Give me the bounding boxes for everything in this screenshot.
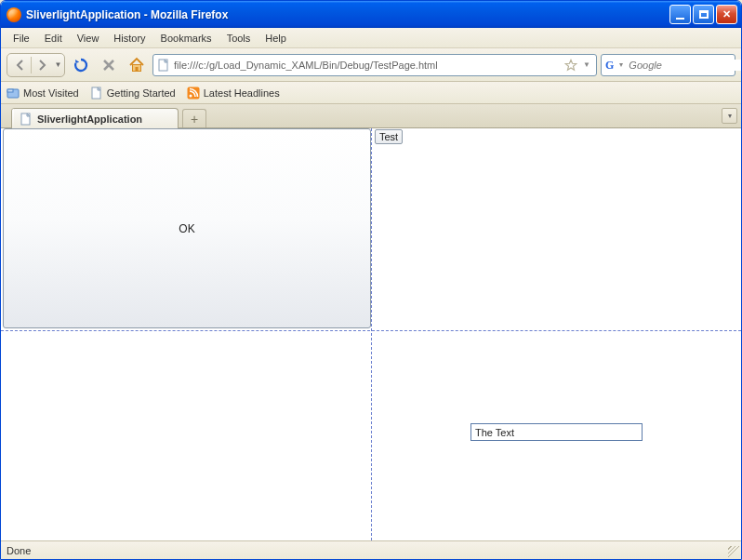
bookmark-most-visited[interactable]: Most Visited [7, 87, 79, 100]
silverlight-grid: OK Test [1, 128, 741, 540]
text-input[interactable] [470, 423, 643, 441]
tab-label: SliverlightApplication [37, 113, 142, 125]
menu-view[interactable]: View [71, 31, 106, 46]
url-dropdown[interactable]: ▼ [581, 60, 592, 69]
page-icon [157, 59, 170, 72]
nav-back-forward-group: ▼ [7, 53, 65, 77]
stop-icon [101, 58, 116, 73]
home-button[interactable] [125, 53, 149, 77]
firefox-icon [7, 7, 21, 22]
test-button[interactable]: Test [375, 129, 403, 144]
bookmark-label: Latest Headlines [204, 87, 280, 99]
status-text: Done [7, 545, 31, 556]
tab-list-dropdown[interactable]: ▾ [722, 108, 737, 124]
close-button[interactable]: ✕ [716, 5, 737, 24]
rss-icon [187, 87, 200, 100]
menu-bar: File Edit View History Bookmarks Tools H… [1, 28, 741, 48]
bookmarks-toolbar: Most Visited Getting Started Latest Head… [1, 82, 741, 104]
stop-button[interactable] [97, 53, 121, 77]
bookmark-label: Most Visited [23, 87, 79, 99]
search-engine-icon[interactable]: G [605, 59, 614, 72]
grid-divider-vertical [371, 128, 372, 540]
reload-button[interactable] [69, 53, 93, 77]
bookmark-getting-started[interactable]: Getting Started [90, 87, 176, 100]
page-icon [90, 87, 103, 100]
navigation-toolbar: ▼ ▼ G ▾ [1, 48, 741, 82]
window-title: SliverlightApplication - Mozilla Firefox [26, 8, 669, 21]
bookmark-latest-headlines[interactable]: Latest Headlines [187, 87, 280, 100]
forward-button[interactable] [32, 55, 52, 75]
svg-rect-3 [136, 67, 139, 72]
menu-help[interactable]: Help [258, 31, 293, 46]
window-controls: ✕ [669, 5, 737, 24]
home-icon [128, 57, 145, 73]
menu-bookmarks[interactable]: Bookmarks [154, 31, 219, 46]
arrow-right-icon [35, 59, 48, 72]
folder-blue-icon [7, 87, 20, 100]
url-input[interactable] [174, 60, 561, 71]
page-content: OK Test [1, 128, 741, 540]
grid-divider-horizontal [1, 330, 741, 331]
arrow-left-icon [14, 59, 27, 72]
nav-history-dropdown[interactable]: ▼ [52, 60, 64, 69]
ok-button[interactable]: OK [3, 128, 371, 328]
menu-history[interactable]: History [107, 31, 152, 46]
minimize-button[interactable] [669, 5, 691, 24]
new-tab-button[interactable]: + [182, 109, 206, 127]
resize-grip[interactable] [728, 546, 740, 558]
reload-icon [73, 57, 89, 73]
search-input[interactable] [629, 60, 742, 71]
menu-tools[interactable]: Tools [220, 31, 258, 46]
ok-button-label: OK [179, 222, 194, 235]
window-titlebar: SliverlightApplication - Mozilla Firefox… [1, 1, 741, 28]
svg-rect-6 [7, 89, 13, 92]
test-button-label: Test [379, 131, 398, 142]
svg-point-9 [189, 94, 192, 97]
bookmark-label: Getting Started [107, 87, 176, 99]
back-button[interactable] [10, 55, 31, 75]
search-engine-dropdown[interactable]: ▾ [617, 60, 625, 69]
menu-edit[interactable]: Edit [38, 31, 69, 46]
url-bar[interactable]: ▼ [152, 54, 597, 76]
tab-active[interactable]: SliverlightApplication [11, 108, 179, 128]
maximize-button[interactable] [693, 5, 714, 24]
search-bar[interactable]: G ▾ [601, 54, 735, 76]
bookmark-star-icon[interactable] [564, 59, 577, 72]
tab-strip: SliverlightApplication + ▾ [1, 104, 741, 128]
menu-file[interactable]: File [7, 31, 36, 46]
page-icon [20, 113, 33, 126]
status-bar: Done [1, 540, 741, 559]
